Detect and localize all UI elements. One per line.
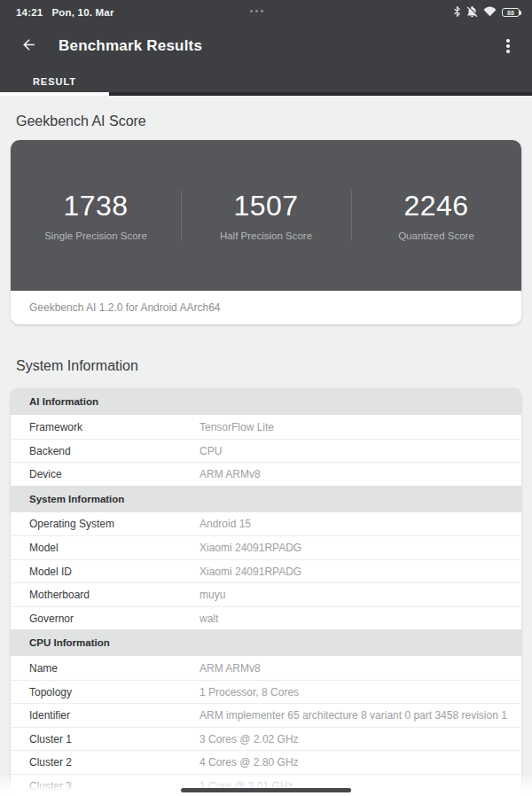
score-value: 2246 xyxy=(403,190,468,222)
info-row-value: 4 Cores @ 2.80 GHz xyxy=(200,756,308,769)
info-row: Cluster 13 Cores @ 2.02 GHz xyxy=(11,727,521,751)
info-row-label: Identifier xyxy=(11,709,200,722)
system-info-card: AI InformationFrameworkTensorFlow LiteBa… xyxy=(11,388,521,796)
info-row: Model IDXiaomi 24091RPADG xyxy=(11,559,521,583)
home-indicator[interactable] xyxy=(181,788,351,792)
info-row-label: Cluster 3 xyxy=(11,780,200,792)
info-row-value: Xiaomi 24091RPADG xyxy=(200,566,310,578)
notch-dot xyxy=(261,10,263,12)
battery-level: 88 xyxy=(507,10,514,16)
status-icons: 88 xyxy=(453,5,520,20)
kebab-dot xyxy=(506,39,509,42)
info-row: Governorwalt xyxy=(11,606,521,630)
score-label: Single Precision Score xyxy=(44,230,147,241)
score-section-heading: Geekbench AI Score xyxy=(16,113,516,129)
info-row-value: Android 15 xyxy=(200,518,260,530)
tab-bar: RESULT xyxy=(0,67,532,96)
battery-icon: 88 xyxy=(502,8,520,18)
wifi-icon xyxy=(483,6,497,19)
status-time: 14:21 xyxy=(16,7,43,18)
info-row: Cluster 24 Cores @ 2.80 GHz xyxy=(11,750,521,774)
notifications-muted-icon xyxy=(466,6,478,20)
info-row-value: TensorFlow Lite xyxy=(200,421,283,433)
info-row-label: Model ID xyxy=(11,566,200,578)
score-card: 1738 Single Precision Score 1507 Half Pr… xyxy=(11,140,521,324)
info-row-value: 1 Processor, 8 Cores xyxy=(200,686,308,698)
info-row-label: Operating System xyxy=(11,518,200,530)
app-header: 14:21 Pon, 10. Mar xyxy=(0,0,532,96)
info-row-label: Name xyxy=(11,662,200,675)
overflow-menu-button[interactable] xyxy=(495,33,521,59)
info-row-value: walt xyxy=(200,613,227,625)
kebab-dot xyxy=(506,44,509,47)
info-row-label: Motherboard xyxy=(11,589,200,601)
score-value: 1507 xyxy=(233,190,298,222)
info-row-label: Governor xyxy=(11,613,200,625)
info-row-value: CPU xyxy=(200,445,231,457)
info-row-label: Device xyxy=(11,468,200,480)
benchmark-version-note: Geekbench AI 1.2.0 for Android AArch64 xyxy=(11,291,521,324)
info-row-label: Cluster 1 xyxy=(11,733,200,745)
info-row: NameARM ARMv8 xyxy=(11,656,521,680)
main-content: Geekbench AI Score 1738 Single Precision… xyxy=(0,113,532,796)
info-row-value: ARM implementer 65 architecture 8 varian… xyxy=(200,709,516,722)
score-half-precision: 1507 Half Precision Score xyxy=(181,140,351,291)
group-header: AI Information xyxy=(11,388,521,415)
app-bar: Benchmark Results xyxy=(0,25,532,67)
score-panel: 1738 Single Precision Score 1507 Half Pr… xyxy=(11,140,521,291)
info-row-label: Topology xyxy=(11,686,200,698)
info-row: BackendCPU xyxy=(11,439,521,463)
score-value: 1738 xyxy=(63,190,128,222)
score-label: Half Precision Score xyxy=(220,230,312,241)
score-quantized: 2246 Quantized Score xyxy=(351,140,521,291)
info-row: Operating SystemAndroid 15 xyxy=(11,512,521,536)
kebab-dot xyxy=(506,50,509,52)
info-row: DeviceARM ARMv8 xyxy=(11,462,521,486)
info-row-label: Backend xyxy=(11,445,200,457)
screen: 14:21 Pon, 10. Mar xyxy=(0,0,532,796)
status-bar: 14:21 Pon, 10. Mar xyxy=(0,0,532,25)
system-section-heading: System Information xyxy=(16,357,516,374)
info-row-label: Model xyxy=(11,542,200,554)
page-title: Benchmark Results xyxy=(59,37,202,55)
score-label: Quantized Score xyxy=(398,230,474,241)
info-row-value: 3 Cores @ 2.02 GHz xyxy=(200,733,308,745)
info-row: Cluster 31 Core @ 3.01 GHz xyxy=(11,774,521,796)
score-single-precision: 1738 Single Precision Score xyxy=(11,140,181,291)
info-row-value: ARM ARMv8 xyxy=(200,662,270,675)
info-row: IdentifierARM implementer 65 architectur… xyxy=(11,703,521,727)
info-row: ModelXiaomi 24091RPADG xyxy=(11,535,521,559)
notch-dot xyxy=(250,10,253,12)
group-header: System Information xyxy=(11,486,521,512)
info-row-label: Framework xyxy=(11,421,200,433)
status-left: 14:21 Pon, 10. Mar xyxy=(16,7,114,18)
active-tab-indicator xyxy=(0,92,109,96)
back-button[interactable] xyxy=(16,34,41,59)
notch-dot xyxy=(255,10,258,12)
info-row: Motherboardmuyu xyxy=(11,582,521,606)
info-row-value: ARM ARMv8 xyxy=(200,468,270,480)
camera-notch-dots xyxy=(250,10,263,12)
info-row: FrameworkTensorFlow Lite xyxy=(11,415,521,439)
group-header: CPU Information xyxy=(11,629,521,656)
info-row-label: Cluster 2 xyxy=(11,756,200,769)
info-row-value: Xiaomi 24091RPADG xyxy=(200,542,310,554)
back-arrow-icon xyxy=(20,36,37,56)
info-row: Topology1 Processor, 8 Cores xyxy=(11,680,521,704)
info-row-value: muyu xyxy=(200,589,234,601)
bluetooth-icon xyxy=(453,5,461,20)
status-date: Pon, 10. Mar xyxy=(51,7,113,18)
